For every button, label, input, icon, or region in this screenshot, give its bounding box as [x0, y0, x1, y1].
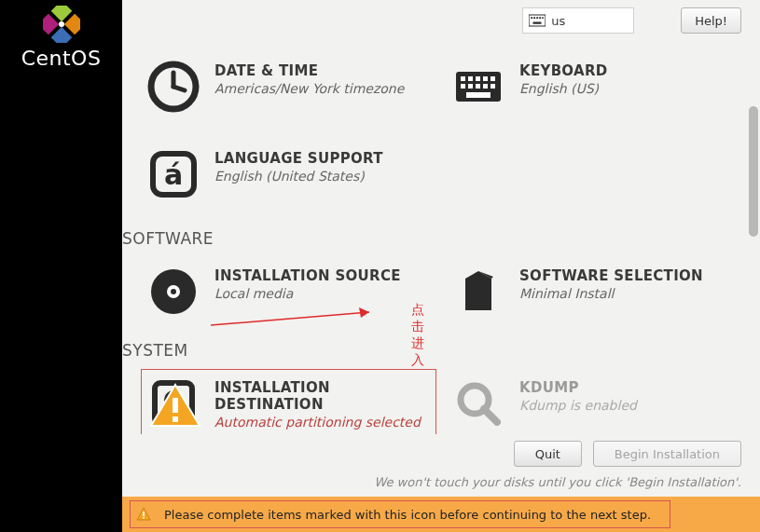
spoke-kdump[interactable]: KDUMP Kdump is enabled — [446, 369, 741, 434]
spoke-installation-source[interactable]: INSTALLATION SOURCE Local media — [141, 257, 436, 326]
svg-rect-41 — [143, 512, 145, 516]
svg-rect-1 — [63, 14, 79, 35]
scrollbar-thumb[interactable] — [749, 106, 758, 237]
svg-rect-7 — [533, 17, 535, 19]
svg-rect-35 — [173, 398, 178, 413]
svg-rect-42 — [143, 517, 145, 519]
spoke-status: Automatic partitioning selected — [214, 415, 430, 430]
svg-rect-6 — [531, 17, 532, 19]
svg-rect-11 — [533, 22, 542, 24]
spoke-status: English (United States) — [214, 169, 383, 184]
svg-line-14 — [173, 87, 185, 90]
svg-rect-18 — [476, 76, 480, 81]
package-icon — [452, 266, 504, 318]
brand-name: CentOS — [0, 47, 122, 70]
spoke-status: Local media — [214, 286, 401, 301]
spoke-language[interactable]: á LANGUAGE SUPPORT English (United State… — [141, 140, 436, 209]
begin-installation-button[interactable]: Begin Installation — [593, 441, 741, 467]
section-header-system-label: SYSTEM — [122, 341, 188, 360]
spoke-title: INSTALLATION SOURCE — [214, 267, 401, 284]
section-header-system: SYSTEM — [122, 335, 760, 365]
svg-rect-5 — [529, 15, 546, 26]
spoke-software-selection[interactable]: SOFTWARE SELECTION Minimal Install — [446, 257, 741, 326]
main-panel: us Help! DATE & TIME Americas/New York t… — [122, 0, 760, 532]
svg-rect-9 — [539, 17, 541, 19]
keyboard-large-icon — [452, 61, 504, 113]
svg-rect-3 — [50, 27, 72, 43]
svg-rect-23 — [476, 84, 480, 89]
svg-rect-20 — [491, 76, 495, 81]
disc-icon — [147, 266, 200, 318]
keyboard-icon — [529, 14, 546, 27]
disclaimer-text: We won't touch your disks until you clic… — [122, 473, 760, 497]
svg-rect-26 — [466, 92, 491, 98]
notification-inner: Please complete items marked with this i… — [130, 500, 670, 528]
spoke-installation-destination[interactable]: INSTALLATION DESTINATION Automatic parti… — [141, 369, 436, 434]
svg-rect-25 — [491, 84, 495, 89]
spoke-title: KDUMP — [519, 379, 637, 396]
spoke-datetime[interactable]: DATE & TIME Americas/New York timezone — [141, 52, 436, 121]
notification-text: Please complete items marked with this i… — [164, 508, 651, 522]
spoke-status: Minimal Install — [519, 286, 703, 301]
svg-rect-19 — [483, 76, 488, 81]
svg-text:á: á — [164, 158, 183, 191]
svg-rect-24 — [483, 84, 488, 89]
warning-badge-icon — [149, 379, 201, 431]
clock-icon — [147, 61, 200, 113]
spoke-status: Kdump is enabled — [519, 398, 637, 413]
warning-icon — [136, 507, 151, 522]
spoke-title: LANGUAGE SUPPORT — [214, 150, 383, 167]
spoke-status: English (US) — [519, 81, 608, 96]
svg-rect-16 — [461, 76, 465, 81]
brand-logo: CentOS — [0, 0, 122, 70]
svg-point-4 — [59, 21, 64, 27]
spoke-title: SOFTWARE SELECTION — [519, 267, 703, 284]
spoke-title: DATE & TIME — [214, 62, 404, 79]
svg-rect-22 — [468, 84, 473, 89]
svg-rect-17 — [468, 76, 473, 81]
svg-rect-0 — [50, 6, 72, 21]
harddrive-icon — [147, 377, 200, 430]
svg-line-38 — [484, 409, 497, 422]
spoke-status: Americas/New York timezone — [214, 81, 404, 96]
svg-rect-36 — [173, 416, 178, 422]
content-area: DATE & TIME Americas/New York timezone K… — [122, 48, 760, 434]
svg-rect-8 — [536, 17, 538, 19]
button-bar: Quit Begin Installation — [122, 434, 760, 473]
language-icon: á — [147, 148, 200, 200]
spoke-title: INSTALLATION DESTINATION — [214, 379, 430, 413]
search-icon — [452, 377, 504, 430]
spoke-keyboard[interactable]: KEYBOARD English (US) — [446, 52, 741, 121]
notification-bar: Please complete items marked with this i… — [122, 497, 760, 532]
keyboard-layout-indicator[interactable]: us — [522, 7, 634, 34]
svg-point-31 — [171, 289, 176, 294]
centos-logo-icon — [43, 6, 80, 43]
svg-rect-2 — [43, 14, 59, 35]
sidebar: CentOS — [0, 0, 122, 532]
svg-rect-10 — [542, 17, 544, 19]
topbar: us Help! — [122, 0, 760, 48]
spoke-title: KEYBOARD — [519, 62, 608, 79]
keyboard-layout-label: us — [551, 14, 565, 28]
quit-button[interactable]: Quit — [514, 441, 582, 467]
help-button[interactable]: Help! — [681, 7, 741, 34]
svg-rect-21 — [461, 84, 465, 89]
section-header-software: SOFTWARE — [122, 224, 760, 253]
